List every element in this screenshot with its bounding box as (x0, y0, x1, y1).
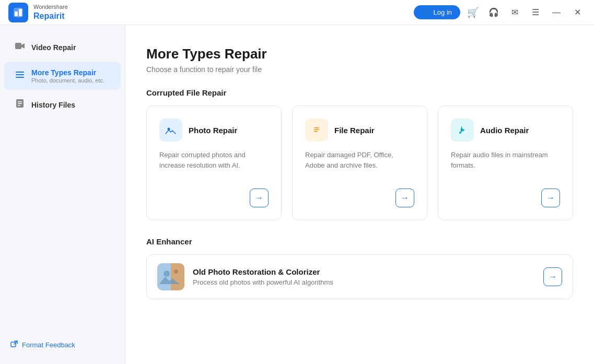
photo-repair-desc: Repair corrupted photos and increase res… (159, 150, 269, 189)
logo-brand: Wondershare (33, 4, 68, 10)
ai-enhancer-section: AI Enhancer Old Photo Restoration & Colo… (146, 237, 573, 299)
titlebar: Wondershare Repairit 👤 Log in 🛒 🎧 ✉ ☰ — … (0, 0, 594, 25)
audio-repair-card-header: Audio Repair (451, 119, 560, 142)
video-repair-icon (15, 41, 25, 54)
sidebar-item-more-types-label: More Types Repair (31, 68, 104, 77)
minimize-button[interactable]: — (548, 4, 565, 21)
svg-rect-18 (314, 131, 318, 132)
photo-repair-arrow-btn[interactable]: → (250, 189, 269, 207)
page-title: More Types Repair (146, 46, 573, 62)
feedback-external-icon (10, 340, 18, 349)
audio-repair-icon-wrap (451, 119, 474, 142)
enhancer-text: Old Photo Restoration & Colorizer Proces… (193, 267, 535, 286)
headset-button[interactable]: 🎧 (485, 4, 502, 21)
svg-point-24 (164, 271, 170, 277)
sidebar-item-history-label: History Files (31, 101, 75, 109)
svg-rect-10 (18, 103, 22, 104)
svg-rect-21 (461, 126, 462, 131)
svg-rect-2 (19, 9, 22, 16)
photo-repair-card-header: Photo Repair (159, 119, 269, 142)
file-repair-title: File Repair (334, 126, 375, 135)
audio-repair-card[interactable]: Audio Repair Repair audio files in mains… (438, 105, 573, 220)
sidebar-item-video-repair[interactable]: Video Repair (4, 34, 121, 60)
svg-rect-3 (15, 43, 21, 49)
svg-rect-16 (314, 127, 319, 128)
app-logo: Wondershare Repairit (8, 3, 68, 22)
photo-repair-icon-wrap (159, 119, 182, 142)
sidebar-item-history[interactable]: History Files (4, 92, 121, 118)
audio-repair-arrow: → (451, 189, 560, 207)
sidebar-item-more-types[interactable]: More Types Repair Photo, document, audio… (4, 62, 121, 90)
enhancer-arrow-btn[interactable]: → (543, 267, 562, 286)
cart-icon: 🛒 (467, 7, 479, 18)
close-button[interactable]: ✕ (569, 4, 586, 21)
format-feedback-link[interactable]: Format Feedback (10, 340, 114, 349)
file-repair-desc: Repair damaged PDF, Office, Adobe and ar… (305, 150, 414, 189)
mail-icon: ✉ (511, 7, 518, 17)
main-content: More Types Repair Choose a function to r… (125, 25, 594, 364)
sidebar-item-video-repair-label: Video Repair (31, 43, 76, 52)
sidebar-item-more-types-sub: Photo, document, audio, etc. (31, 77, 104, 84)
file-repair-arrow-btn[interactable]: → (395, 189, 414, 207)
corrupted-section-title: Corrupted File Repair (146, 88, 573, 97)
ai-section-title: AI Enhancer (146, 237, 573, 246)
svg-point-20 (459, 132, 461, 134)
list-icon: ☰ (532, 7, 539, 17)
login-button[interactable]: 👤 Log in (414, 5, 460, 19)
page-subtitle: Choose a function to repair your file (146, 65, 573, 74)
svg-rect-7 (16, 77, 24, 78)
audio-repair-arrow-btn[interactable]: → (541, 189, 560, 207)
login-label: Log in (434, 8, 452, 16)
svg-rect-11 (18, 105, 20, 106)
audio-repair-title: Audio Repair (480, 126, 529, 135)
photo-repair-title: Photo Repair (189, 126, 237, 135)
more-types-icon (15, 69, 25, 83)
app-body: Video Repair More Types Repair Photo, do… (0, 25, 594, 364)
audio-repair-desc: Repair audio files in mainstream formats… (451, 150, 560, 189)
sidebar-item-video-repair-text: Video Repair (31, 43, 76, 52)
svg-point-25 (174, 269, 178, 274)
svg-rect-17 (314, 130, 319, 131)
svg-marker-4 (21, 43, 25, 49)
enhancer-desc: Process old photos with powerful AI algo… (193, 278, 535, 286)
close-icon: ✕ (574, 7, 581, 17)
headset-icon: 🎧 (488, 7, 499, 17)
file-repair-card-header: File Repair (305, 119, 414, 142)
svg-rect-22 (157, 263, 171, 290)
login-person-icon: 👤 (422, 8, 430, 16)
sidebar-bottom: Format Feedback (0, 334, 125, 356)
mail-button[interactable]: ✉ (506, 4, 523, 21)
svg-rect-1 (15, 11, 18, 16)
svg-rect-5 (16, 72, 24, 73)
enhancer-title: Old Photo Restoration & Colorizer (193, 267, 535, 276)
svg-rect-23 (171, 263, 184, 290)
minimize-icon: — (552, 8, 561, 17)
cards-grid: Photo Repair Repair corrupted photos and… (146, 105, 573, 220)
format-feedback-label: Format Feedback (22, 341, 75, 349)
titlebar-actions: 👤 Log in 🛒 🎧 ✉ ☰ — ✕ (414, 4, 586, 21)
photo-repair-arrow: → (159, 189, 269, 207)
sidebar-item-history-text: History Files (31, 101, 75, 109)
old-photo-restoration-card[interactable]: Old Photo Restoration & Colorizer Proces… (146, 254, 573, 299)
svg-rect-9 (18, 101, 22, 102)
logo-product: Repairit (33, 11, 68, 21)
cart-button[interactable]: 🛒 (464, 4, 481, 21)
logo-text: Wondershare Repairit (33, 4, 68, 20)
file-repair-icon-wrap (305, 119, 328, 142)
enhancer-icon-wrap (157, 263, 184, 290)
history-icon (15, 98, 25, 111)
sidebar-item-more-types-text: More Types Repair Photo, document, audio… (31, 68, 104, 84)
menu-button[interactable]: ☰ (527, 4, 544, 21)
sidebar: Video Repair More Types Repair Photo, do… (0, 25, 125, 364)
file-repair-card[interactable]: File Repair Repair damaged PDF, Office, … (292, 105, 427, 220)
svg-rect-6 (16, 74, 24, 75)
photo-repair-card[interactable]: Photo Repair Repair corrupted photos and… (146, 105, 282, 220)
file-repair-arrow: → (305, 189, 414, 207)
logo-icon (8, 3, 28, 22)
